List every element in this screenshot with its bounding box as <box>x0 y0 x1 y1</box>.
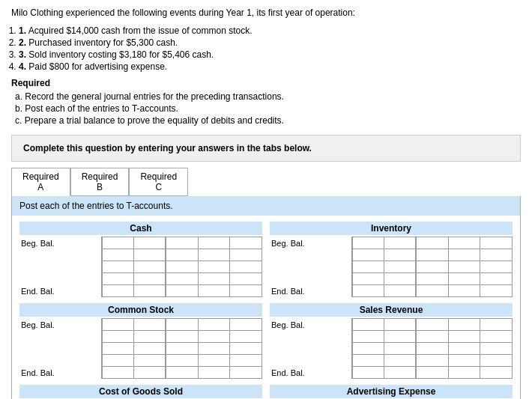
tabs-row: RequiredA RequiredB RequiredC <box>11 168 521 196</box>
tab-container: RequiredA RequiredB RequiredC Post each … <box>11 168 521 399</box>
t-account-inventory-table: Beg. Bal. End. Bal. <box>270 237 513 297</box>
tab-required-c[interactable]: RequiredC <box>129 168 188 196</box>
t-account-advertising-expense: Advertising Expense Beg. Bal. End. Bal. <box>270 385 513 399</box>
t-account-cash-header: Cash <box>19 222 262 235</box>
instruction-b: b. Post each of the entries to T-account… <box>15 103 521 114</box>
event-1: 1. Acquired $14,000 cash from the issue … <box>19 25 521 36</box>
t-account-advertising-expense-header: Advertising Expense <box>270 385 513 398</box>
t-account-cash: Cash Beg. Bal. End. Bal. <box>19 222 262 297</box>
t-account-cogs-header: Cost of Goods Sold <box>19 385 262 398</box>
instructions-list: a. Record the general journal entries fo… <box>15 91 521 126</box>
t-account-sales-revenue-table: Beg. Bal. End. Bal. <box>270 318 513 379</box>
t-account-inventory-header: Inventory <box>270 222 513 235</box>
t-account-sales-revenue-header: Sales Revenue <box>270 303 513 317</box>
t-account-common-stock-header: Common Stock <box>19 303 262 317</box>
t-account-sales-revenue: Sales Revenue Beg. Bal. End. Bal. <box>270 303 513 379</box>
question-box: Complete this question by entering your … <box>11 135 521 162</box>
event-2: 2. Purchased inventory for $5,300 cash. <box>19 37 521 48</box>
t-account-cash-table: Beg. Bal. End. Bal. <box>19 237 262 297</box>
tab-required-a[interactable]: RequiredA <box>11 168 70 196</box>
tab-required-b[interactable]: RequiredB <box>70 168 130 196</box>
required-label: Required <box>11 78 521 88</box>
t-account-common-stock: Common Stock Beg. Bal. End. Bal. <box>19 303 262 379</box>
instruction-a: a. Record the general journal entries fo… <box>15 91 521 102</box>
post-header: Post each of the entries to T-accounts. <box>12 196 520 216</box>
t-account-inventory: Inventory Beg. Bal. End. Bal. <box>270 222 513 297</box>
t-account-common-stock-table: Beg. Bal. End. Bal. <box>19 318 262 379</box>
t-account-cogs: Cost of Goods Sold Beg. Bal. End. Bal. <box>19 385 262 399</box>
tab-content-area: Post each of the entries to T-accounts. … <box>11 196 521 399</box>
event-3: 3. Sold inventory costing $3,180 for $5,… <box>19 49 521 60</box>
instruction-c: c. Prepare a trial balance to prove the … <box>15 115 521 126</box>
intro-text: Milo Clothing experienced the following … <box>11 7 521 18</box>
events-list: 1. Acquired $14,000 cash from the issue … <box>19 25 521 72</box>
t-accounts-container: Cash Beg. Bal. End. Bal. Inventory Beg. … <box>12 216 520 399</box>
event-4: 4. Paid $800 for advertising expense. <box>19 61 521 72</box>
